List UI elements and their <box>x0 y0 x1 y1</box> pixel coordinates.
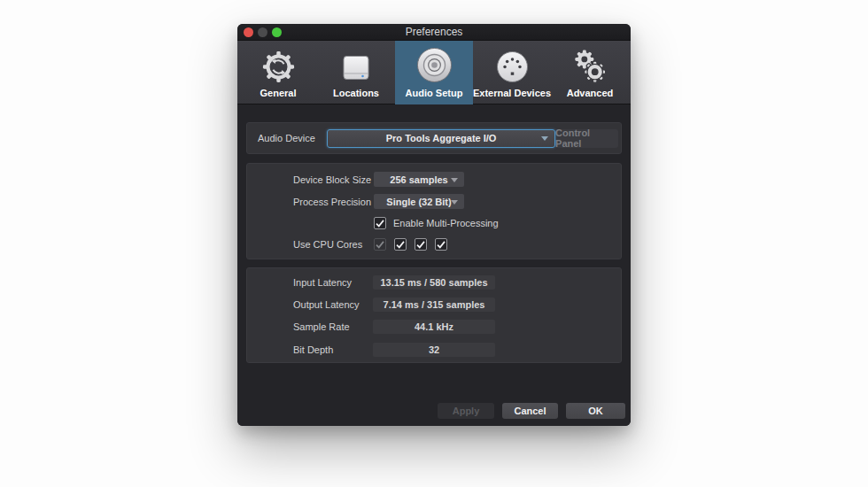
output-latency-row: Output Latency 7.14 ms / 315 samples <box>247 298 621 312</box>
tab-label: Advanced <box>567 88 614 98</box>
tab-label: Audio Setup <box>406 88 463 98</box>
bit-depth-row: Bit Depth 32 <box>247 343 621 357</box>
hard-drive-icon <box>340 48 372 83</box>
chevron-down-icon <box>451 200 458 205</box>
cpu-core-checkbox-2[interactable] <box>394 238 407 251</box>
preferences-window: Preferences <box>237 24 631 426</box>
tab-label: External Devices <box>473 88 551 98</box>
device-block-size-row: Device Block Size 256 samples <box>247 172 621 187</box>
tab-locations[interactable]: Locations <box>317 41 395 104</box>
tab-external-devices[interactable]: External Devices <box>473 41 551 104</box>
gears-icon <box>573 48 607 83</box>
bit-depth-label: Bit Depth <box>293 344 374 355</box>
chevron-down-icon <box>451 178 458 182</box>
audio-device-select[interactable]: Pro Tools Aggregate I/O <box>327 129 555 148</box>
multi-processing-checkbox[interactable] <box>374 217 386 229</box>
cpu-core-checkbox-3[interactable] <box>415 238 427 251</box>
cpu-core-checkbox-1[interactable] <box>374 238 386 251</box>
process-precision-select[interactable]: Single (32 Bit) <box>374 194 464 209</box>
sample-rate-value: 44.1 kHz <box>373 320 495 334</box>
chevron-down-icon <box>541 136 548 141</box>
cpu-cores-label: Use CPU Cores <box>293 239 374 250</box>
gear-sync-icon <box>262 48 295 83</box>
window-title: Preferences <box>237 24 631 41</box>
title-bar[interactable]: Preferences <box>237 24 631 41</box>
process-precision-row: Process Precision Single (32 Bit) <box>247 194 621 209</box>
speaker-icon <box>416 48 453 83</box>
dialog-footer: Apply Cancel OK <box>438 403 625 419</box>
multi-processing-row: Enable Multi-Processing <box>247 216 621 230</box>
tab-label: Locations <box>333 88 379 98</box>
control-panel-button[interactable]: Control Panel <box>555 129 618 148</box>
input-latency-value: 13.15 ms / 580 samples <box>373 275 495 290</box>
process-precision-value: Single (32 Bit) <box>386 197 451 207</box>
process-precision-label: Process Precision <box>293 197 374 207</box>
audio-setup-pane: Audio Device Pro Tools Aggregate I/O Con… <box>237 104 631 426</box>
close-button[interactable] <box>244 27 253 37</box>
traffic-lights <box>237 27 282 37</box>
device-block-size-select[interactable]: 256 samples <box>374 172 464 187</box>
tab-label: General <box>260 88 297 98</box>
ok-button[interactable]: OK <box>566 403 625 419</box>
device-block-size-label: Device Block Size <box>293 174 374 185</box>
multi-processing-label: Enable Multi-Processing <box>393 218 499 228</box>
apply-button[interactable]: Apply <box>438 403 494 419</box>
zoom-button[interactable] <box>272 27 282 37</box>
midi-din-icon <box>496 48 529 83</box>
bit-depth-value: 32 <box>373 343 495 357</box>
processing-panel: Device Block Size 256 samples Process Pr… <box>246 163 622 259</box>
audio-device-panel: Audio Device Pro Tools Aggregate I/O Con… <box>246 122 622 154</box>
minimize-button[interactable] <box>258 27 267 37</box>
cpu-cores-row: Use CPU Cores <box>247 237 621 251</box>
audio-device-value: Pro Tools Aggregate I/O <box>386 133 497 143</box>
input-latency-row: Input Latency 13.15 ms / 580 samples <box>247 275 621 290</box>
cancel-button[interactable]: Cancel <box>502 403 558 419</box>
output-latency-label: Output Latency <box>293 299 374 310</box>
tab-advanced[interactable]: Advanced <box>551 41 629 104</box>
audio-device-label: Audio Device <box>258 133 316 143</box>
cpu-core-checkbox-4[interactable] <box>435 238 447 251</box>
device-block-size-value: 256 samples <box>390 174 447 185</box>
cpu-cores-group <box>374 238 447 251</box>
sample-rate-row: Sample Rate 44.1 kHz <box>247 320 621 334</box>
sample-rate-label: Sample Rate <box>293 321 374 332</box>
input-latency-label: Input Latency <box>293 277 374 288</box>
output-latency-value: 7.14 ms / 315 samples <box>373 298 495 312</box>
preferences-toolbar: General Loca <box>237 41 631 104</box>
latency-status-panel: Input Latency 13.15 ms / 580 samples Out… <box>246 267 622 363</box>
tab-audio-setup[interactable]: Audio Setup <box>395 41 473 104</box>
desktop-background: Preferences <box>0 0 868 487</box>
tab-general[interactable]: General <box>239 41 317 104</box>
